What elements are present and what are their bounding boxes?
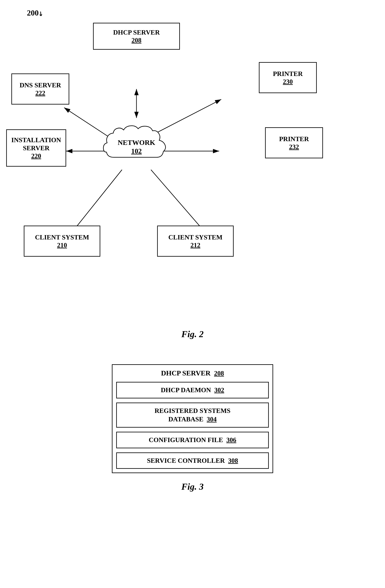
dns-server-label: DNS SERVER	[20, 81, 61, 89]
fig3-service-controller-num: 308	[228, 457, 238, 464]
client-210-label: CLIENT SYSTEM	[35, 233, 89, 241]
dhcp-server-box: DHCP SERVER 208	[93, 23, 180, 50]
printer-230-box: PRINTER 230	[259, 62, 317, 93]
printer-232-num: 232	[289, 143, 299, 151]
fig3-reg-systems-num: 304	[207, 415, 217, 423]
client-212-num: 212	[191, 241, 200, 249]
fig3-config-file-num: 306	[226, 436, 236, 443]
dns-server-num: 222	[35, 89, 45, 97]
dhcp-server-num: 208	[132, 36, 141, 44]
network-label: NETWORK	[118, 138, 155, 147]
network-label-group: NETWORK 102	[118, 138, 155, 155]
printer-230-num: 230	[283, 78, 293, 85]
fig3-reg-systems-label: REGISTERED SYSTEMSDATABASE	[154, 407, 230, 423]
fig3-dhcp-label: DHCP SERVER	[161, 369, 211, 377]
client-210-box: CLIENT SYSTEM 210	[24, 226, 100, 257]
network-num: 102	[118, 147, 155, 155]
dns-server-box: DNS SERVER 222	[11, 73, 69, 105]
fig3-diagram: DHCP SERVER 208 DHCP DAEMON 302 REGISTER…	[0, 352, 385, 508]
client-210-num: 210	[57, 241, 67, 249]
printer-232-box: PRINTER 232	[265, 127, 323, 158]
fig3-caption: Fig. 3	[181, 482, 204, 492]
arrows-svg	[0, 0, 385, 352]
fig2-caption: Fig. 2	[0, 329, 385, 339]
fig3-config-file-box: CONFIGURATION FILE 306	[116, 432, 269, 448]
printer-232-label: PRINTER	[279, 135, 309, 143]
fig3-service-controller-label: SERVICE CONTROLLER	[147, 457, 225, 464]
client-212-label: CLIENT SYSTEM	[168, 233, 222, 241]
fig3-dhcp-daemon-box: DHCP DAEMON 302	[116, 382, 269, 399]
client-212-box: CLIENT SYSTEM 212	[157, 226, 234, 257]
page: 200 ↘	[0, 0, 385, 588]
fig3-outer-title: DHCP SERVER 208	[113, 365, 272, 380]
installation-server-box: INSTALLATION SERVER 220	[6, 129, 66, 167]
fig3-dhcp-daemon-num: 302	[214, 386, 224, 394]
fig3-config-file-label: CONFIGURATION FILE	[149, 436, 223, 443]
fig3-dhcp-daemon-label: DHCP DAEMON	[161, 386, 211, 394]
diagram-ref-label: 200	[27, 8, 39, 17]
svg-line-9	[151, 170, 205, 232]
dhcp-server-label: DHCP SERVER	[113, 28, 160, 36]
fig3-reg-systems-box: REGISTERED SYSTEMSDATABASE 304	[116, 402, 269, 428]
network-cloud: NETWORK 102	[101, 116, 172, 172]
fig3-dhcp-num: 208	[214, 369, 224, 377]
installation-server-label: INSTALLATION SERVER	[11, 136, 61, 152]
fig3-outer-box: DHCP SERVER 208 DHCP DAEMON 302 REGISTER…	[112, 364, 273, 473]
fig2-diagram: 200 ↘	[0, 0, 385, 352]
fig3-service-controller-box: SERVICE CONTROLLER 308	[116, 452, 269, 469]
svg-line-8	[72, 170, 122, 232]
installation-server-num: 220	[31, 152, 41, 160]
printer-230-label: PRINTER	[273, 70, 303, 78]
